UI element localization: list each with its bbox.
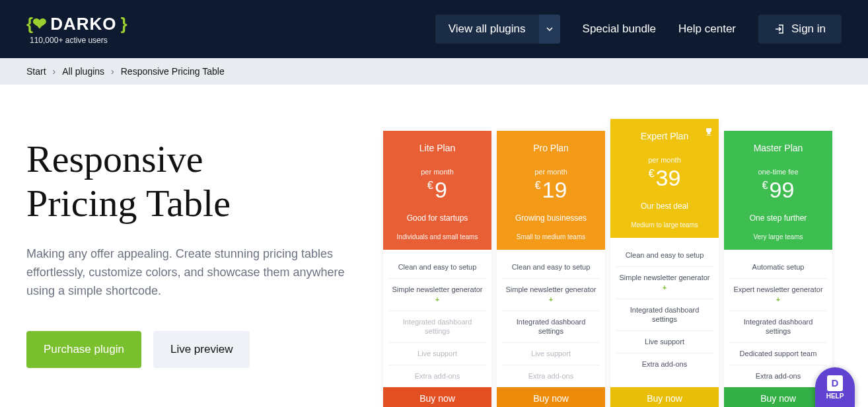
buy-now-button[interactable]: Buy now — [383, 387, 491, 407]
plan-price: €19 — [501, 177, 601, 203]
plan-name: Master Plan — [728, 143, 828, 153]
plan-feature: Clean and easy to setup — [616, 244, 713, 267]
plan-price: €9 — [387, 177, 488, 203]
plan-period: per month — [387, 168, 488, 176]
plus-icon: + — [663, 283, 667, 291]
plan-feature: Live support — [616, 331, 713, 353]
plan-header: Lite Planper month€9Good for startupsInd… — [383, 131, 491, 250]
plan-feature: Live support — [502, 343, 600, 365]
live-preview-button[interactable]: Live preview — [153, 331, 250, 368]
plan-header: Pro Planper month€19Growing businessesSm… — [497, 131, 605, 250]
nav-special-bundle[interactable]: Special bundle — [583, 22, 657, 36]
logo-brace-right-icon: } — [120, 14, 126, 34]
plan-description: Good for startups — [387, 213, 488, 223]
plan-period: per month — [501, 168, 601, 176]
plan-subtext: Individuals and small teams — [387, 233, 488, 240]
plan-subtext: Medium to large teams — [614, 221, 715, 229]
plan-feature: Extra add-ons — [388, 365, 486, 387]
plan-feature: Integrated dashboard settings — [388, 311, 486, 344]
sign-in-icon — [774, 24, 785, 34]
plan-description: Our best deal — [614, 202, 715, 211]
plan-expert: Expert Planper month€39Our best dealMedi… — [610, 119, 719, 407]
hero: ResponsivePricing Table Making any offer… — [26, 131, 363, 407]
nav: View all plugins Special bundle Help cen… — [435, 15, 842, 44]
logo-text: DARKO — [50, 14, 116, 34]
breadcrumb-all-plugins[interactable]: All plugins — [62, 66, 104, 77]
breadcrumb-start[interactable]: Start — [26, 66, 46, 77]
help-widget-label: HELP — [826, 392, 844, 400]
help-widget-button[interactable]: D HELP — [815, 367, 855, 407]
plan-period: per month — [614, 156, 715, 164]
plan-features: Clean and easy to setupSimple newsletter… — [383, 250, 491, 387]
plan-feature: Extra add-ons — [502, 365, 600, 387]
plan-period: one-time fee — [728, 168, 828, 176]
chevron-right-icon: › — [53, 66, 56, 77]
plan-feature: Integrated dashboard settings — [616, 299, 713, 332]
sign-in-button[interactable]: Sign in — [758, 15, 842, 44]
plan-subtext: Small to medium teams — [501, 233, 601, 240]
plan-feature: Integrated dashboard settings — [729, 311, 827, 344]
plan-feature: Simple newsletter generator + — [388, 279, 486, 311]
plan-feature: Live support — [388, 343, 486, 365]
pricing-plans: Lite Planper month€9Good for startupsInd… — [383, 131, 832, 407]
hero-description: Making any offer appealing. Create stunn… — [26, 245, 363, 301]
plan-pro: Pro Planper month€19Growing businessesSm… — [497, 131, 605, 407]
plan-feature: Automatic setup — [729, 256, 827, 279]
plan-feature: Clean and easy to setup — [502, 256, 600, 279]
plan-feature: Integrated dashboard settings — [502, 311, 600, 344]
plan-feature: Simple newsletter generator + — [616, 267, 713, 299]
plan-price: €99 — [728, 177, 828, 203]
plan-header: Expert Planper month€39Our best dealMedi… — [610, 119, 719, 238]
buy-now-button[interactable]: Buy now — [610, 387, 719, 407]
plan-feature: Simple newsletter generator + — [502, 279, 600, 311]
sign-in-label: Sign in — [791, 22, 826, 36]
plus-icon: + — [776, 295, 780, 303]
plan-feature: Dedicated support team — [729, 343, 827, 365]
purchase-plugin-button[interactable]: Purchase plugin — [26, 331, 141, 368]
breadcrumb-current: Responsive Pricing Table — [121, 66, 225, 77]
plan-header: Master Planone-time fee€99One step furth… — [724, 131, 832, 250]
plan-features: Clean and easy to setupSimple newsletter… — [497, 250, 605, 387]
chevron-down-icon[interactable] — [539, 15, 560, 44]
buy-now-button[interactable]: Buy now — [497, 387, 605, 407]
plan-description: One step further — [728, 213, 828, 223]
breadcrumb: Start › All plugins › Responsive Pricing… — [0, 58, 868, 85]
view-all-plugins-dropdown[interactable]: View all plugins — [435, 15, 560, 44]
plan-price: €39 — [614, 165, 715, 191]
trophy-icon — [704, 127, 713, 139]
plan-description: Growing businesses — [501, 213, 601, 223]
chevron-right-icon: › — [111, 66, 114, 77]
plus-icon: + — [435, 295, 439, 303]
view-all-plugins-button[interactable]: View all plugins — [435, 15, 539, 44]
logo-subtext: 110,000+ active users — [30, 36, 127, 45]
plan-name: Lite Plan — [387, 143, 488, 153]
plus-icon: + — [549, 295, 553, 303]
top-navbar: {❤DARKO} 110,000+ active users View all … — [0, 0, 868, 58]
plan-feature: Clean and easy to setup — [388, 256, 486, 279]
main-content: ResponsivePricing Table Making any offer… — [0, 85, 868, 407]
plan-features: Automatic setupExpert newsletter generat… — [724, 250, 832, 387]
logo-brace-left-icon: {❤ — [26, 14, 46, 34]
plan-master: Master Planone-time fee€99One step furth… — [724, 131, 832, 407]
plan-features: Clean and easy to setupSimple newsletter… — [610, 238, 719, 387]
logo[interactable]: {❤DARKO} 110,000+ active users — [26, 14, 127, 45]
nav-help-center[interactable]: Help center — [678, 22, 736, 36]
plan-feature: Extra add-ons — [729, 365, 827, 387]
plan-name: Pro Plan — [501, 143, 601, 153]
page-title: ResponsivePricing Table — [26, 137, 363, 225]
help-widget-icon: D — [827, 375, 843, 391]
plan-subtext: Very large teams — [728, 233, 828, 240]
plan-feature: Extra add-ons — [616, 353, 713, 375]
plan-feature: Expert newsletter generator + — [729, 279, 827, 311]
plan-lite: Lite Planper month€9Good for startupsInd… — [383, 131, 491, 407]
plan-name: Expert Plan — [614, 131, 715, 141]
